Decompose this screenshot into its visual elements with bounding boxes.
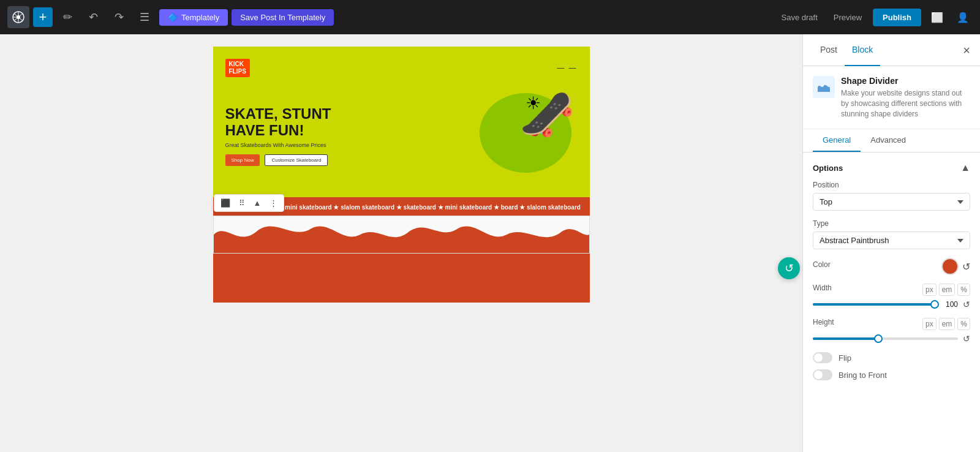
general-sub-tab[interactable]: General bbox=[813, 129, 861, 152]
toolbar-right: Save draft Preview Publish ⬜ 👤 bbox=[777, 7, 973, 27]
height-reset-button[interactable]: ↺ bbox=[963, 334, 970, 344]
block-type-button[interactable]: ⬛ bbox=[217, 196, 234, 210]
below-shape-divider-section bbox=[213, 254, 590, 303]
width-px-button[interactable]: px bbox=[922, 284, 937, 296]
width-icons: px em % bbox=[922, 284, 970, 296]
height-slider-header: Height px em % bbox=[813, 318, 970, 330]
height-slider-value-row: ↺ bbox=[813, 334, 970, 344]
color-reset-button[interactable]: ↺ bbox=[962, 261, 970, 273]
shape-divider-icon: ⬛ bbox=[221, 198, 230, 208]
toolbar-left: + ✏ ↶ ↷ ☰ 🔷 Templately Save Post In Temp… bbox=[7, 6, 334, 28]
height-slider-fill bbox=[813, 337, 878, 340]
width-label: Width bbox=[813, 284, 832, 292]
shape-divider-block-icon bbox=[813, 76, 835, 98]
height-icons: px em % bbox=[922, 318, 970, 330]
position-select[interactable]: TopBottom bbox=[813, 193, 970, 211]
drag-icon: ⠿ bbox=[239, 198, 245, 208]
list-view-button[interactable]: ☰ bbox=[134, 6, 156, 28]
height-slider-thumb[interactable] bbox=[874, 334, 883, 343]
bring-to-front-toggle-knob bbox=[814, 371, 823, 379]
flip-toggle[interactable] bbox=[813, 352, 832, 363]
type-field: Type Abstract PaintbrushWaveCurveTriangl… bbox=[813, 219, 970, 249]
block-name: Shape Divider bbox=[841, 76, 970, 86]
height-slider-row: Height px em % ↺ bbox=[813, 318, 970, 344]
view-toggle-button[interactable]: ⬜ bbox=[927, 7, 947, 27]
shape-divider-svg bbox=[214, 216, 589, 253]
options-section-header: Options ▲ bbox=[813, 162, 970, 173]
panel-sub-tabs: General Advanced bbox=[803, 129, 980, 153]
block-tab[interactable]: Block bbox=[845, 34, 880, 66]
main-toolbar: + ✏ ↶ ↷ ☰ 🔷 Templately Save Post In Temp… bbox=[0, 0, 980, 34]
publish-button[interactable]: Publish bbox=[873, 9, 921, 26]
block-controls-overlay[interactable]: ⬛ ⠿ ▲ ⋮ bbox=[213, 216, 590, 254]
flip-toggle-knob bbox=[814, 353, 823, 362]
type-select[interactable]: Abstract PaintbrushWaveCurveTriangle bbox=[813, 232, 970, 249]
block-more-options-button[interactable]: ⋮ bbox=[266, 196, 281, 210]
headline-line2: HAVE FUN! bbox=[225, 122, 455, 138]
width-percent-button[interactable]: % bbox=[957, 284, 970, 296]
bring-to-front-toggle[interactable] bbox=[813, 369, 832, 380]
height-percent-button[interactable]: % bbox=[957, 318, 970, 330]
customize-button[interactable]: Customize Skateboard bbox=[265, 154, 328, 166]
width-em-button[interactable]: em bbox=[939, 284, 956, 296]
panel-close-button[interactable]: × bbox=[963, 44, 970, 56]
templately-icon: 🔷 bbox=[168, 13, 178, 22]
logo-line1: KICK bbox=[229, 61, 246, 68]
options-collapse-button[interactable]: ▲ bbox=[960, 162, 970, 173]
templately-button[interactable]: 🔷 Templately bbox=[159, 9, 228, 26]
shape-divider-info: Shape Divider Make your website designs … bbox=[803, 66, 980, 129]
up-arrow-icon: ▲ bbox=[254, 198, 262, 208]
add-block-button[interactable]: + bbox=[33, 7, 53, 27]
height-slider-track[interactable] bbox=[813, 337, 958, 340]
panel-header: Post Block × bbox=[803, 34, 980, 66]
width-slider-row: Width px em % 100 ↺ bbox=[813, 284, 970, 309]
block-move-up-button[interactable]: ▲ bbox=[250, 196, 265, 210]
width-slider-fill bbox=[813, 303, 935, 306]
save-draft-button[interactable]: Save draft bbox=[777, 9, 823, 26]
skate-headline: SKATE, STUNT HAVE FUN! bbox=[225, 106, 455, 138]
redo-button[interactable]: ↷ bbox=[108, 6, 130, 28]
height-px-button[interactable]: px bbox=[922, 318, 937, 330]
skate-hero-section: KICK FLIPS — — SKATE, STUNT HAVE FUN! Gr… bbox=[213, 47, 590, 197]
more-icon: ⋮ bbox=[270, 198, 277, 208]
skate-content: SKATE, STUNT HAVE FUN! Great Skateboards… bbox=[225, 87, 578, 185]
width-slider-thumb[interactable] bbox=[930, 300, 939, 309]
width-reset-button[interactable]: ↺ bbox=[963, 299, 970, 309]
skate-hamburger-icon: — — bbox=[557, 64, 577, 72]
save-templately-button[interactable]: Save Post In Templately bbox=[232, 9, 334, 26]
block-description: Make your website designs stand out by s… bbox=[841, 88, 970, 119]
post-tab[interactable]: Post bbox=[813, 34, 845, 66]
side-panel: Post Block × Shape Divider Make your web… bbox=[802, 34, 980, 452]
skate-subtitle: Great Skateboards With Awesome Prices bbox=[225, 142, 455, 148]
green-assist-button[interactable]: ↺ bbox=[778, 257, 800, 279]
width-slider-track[interactable] bbox=[813, 303, 935, 306]
position-label: Position bbox=[813, 181, 970, 189]
advanced-sub-tab[interactable]: Advanced bbox=[861, 129, 916, 152]
skate-nav: KICK FLIPS — — bbox=[225, 59, 578, 77]
editor-area[interactable]: KICK FLIPS — — SKATE, STUNT HAVE FUN! Gr… bbox=[0, 34, 802, 452]
main-layout: KICK FLIPS — — SKATE, STUNT HAVE FUN! Gr… bbox=[0, 34, 980, 452]
options-title: Options bbox=[813, 164, 843, 173]
color-swatch[interactable] bbox=[941, 258, 959, 275]
undo-button[interactable]: ↶ bbox=[82, 6, 104, 28]
block-drag-handle[interactable]: ⠿ bbox=[235, 196, 249, 210]
skate-image-area: 🛹 ☀ bbox=[455, 87, 578, 185]
skate-buttons: Shop Now Customize Skateboard bbox=[225, 154, 455, 166]
user-menu-button[interactable]: 👤 bbox=[953, 7, 973, 27]
type-label: Type bbox=[813, 219, 970, 228]
color-row: Color ↺ bbox=[813, 258, 970, 275]
templately-label: Templately bbox=[181, 13, 219, 22]
height-em-button[interactable]: em bbox=[939, 318, 956, 330]
block-toolbar: ⬛ ⠿ ▲ ⋮ bbox=[214, 194, 285, 212]
height-label: Height bbox=[813, 318, 834, 326]
page-canvas: KICK FLIPS — — SKATE, STUNT HAVE FUN! Gr… bbox=[213, 47, 590, 303]
shop-now-button[interactable]: Shop Now bbox=[225, 154, 260, 166]
headline-line1: SKATE, STUNT bbox=[225, 106, 455, 122]
bring-to-front-label: Bring to Front bbox=[839, 371, 887, 380]
logo-line2: FLIPS bbox=[229, 68, 246, 75]
wordpress-logo[interactable] bbox=[7, 6, 29, 28]
brush-tool-button[interactable]: ✏ bbox=[56, 6, 78, 28]
bring-to-front-toggle-row: Bring to Front bbox=[813, 369, 970, 380]
preview-button[interactable]: Preview bbox=[829, 9, 867, 26]
skate-logo: KICK FLIPS bbox=[225, 59, 250, 77]
